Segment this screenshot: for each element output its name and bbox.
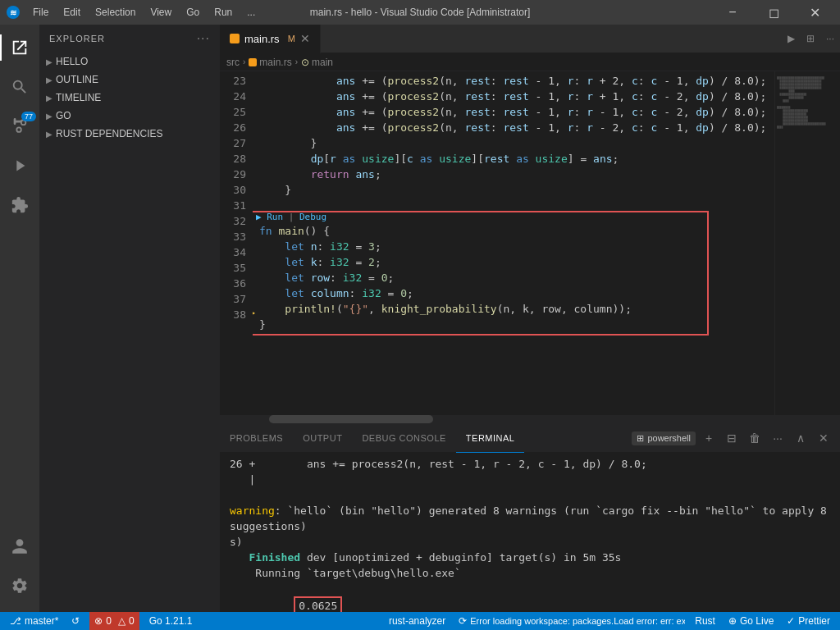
prettier-label: Prettier (798, 615, 830, 627)
sidebar-item-timeline[interactable]: ▶ TIMELINE (39, 89, 220, 107)
activity-extensions[interactable] (0, 185, 39, 225)
breadcrumb-src[interactable]: src (226, 57, 240, 68)
menu-selection[interactable]: Selection (89, 5, 142, 20)
rust-file-icon (230, 34, 240, 43)
tab-close-icon[interactable]: ✕ (300, 32, 310, 45)
sidebar-item-label: OUTLINE (56, 74, 98, 85)
status-branch[interactable]: ⎇ master* (7, 612, 62, 630)
sidebar-item-label: RUST DEPENDENCIES (56, 128, 162, 139)
menu-edit[interactable]: Edit (57, 5, 87, 20)
sidebar-item-rust-deps[interactable]: ▶ RUST DEPENDENCIES (39, 125, 220, 143)
git-branch-icon: ⎇ (10, 615, 21, 627)
shell-label: powershell (647, 433, 691, 443)
code-line-24: ans += (process2(n, rest: rest - 1, r: r… (259, 89, 768, 104)
terminal-line-code: 26 + ans += process2(n, rest - 1, r - 2,… (230, 456, 830, 472)
status-bar-right: rust-analyzer ⟳ Error loading workspace:… (386, 612, 833, 630)
editor-area: main.rs M ✕ ▶ ⊞ ··· src › main.rs › ⊙ ma… (220, 25, 840, 612)
breadcrumb: src › main.rs › ⊙ main (220, 53, 840, 71)
close-button[interactable]: ✕ (796, 0, 833, 25)
more-actions-button[interactable]: ··· (820, 25, 840, 53)
tab-terminal[interactable]: TERMINAL (456, 424, 525, 453)
activity-source-control[interactable]: 77 (0, 107, 39, 146)
status-prettier[interactable]: ✓ Prettier (783, 612, 833, 630)
code-editor[interactable]: ▶ Run | Debug ▶ ans += (process2(n, rest… (253, 71, 774, 415)
line-numbers: 23 24 25 26 27 28 29 30 31 32 33 34 35 3… (220, 71, 253, 415)
tab-bar: main.rs M ✕ ▶ ⊞ ··· (220, 25, 840, 53)
sidebar-menu-button[interactable]: ··· (197, 31, 210, 46)
terminal-line-blank (230, 487, 830, 503)
status-bar: ⎇ master* ↺ ⊗ 0 △ 0 Go 1.21.1 rust-analy… (0, 612, 840, 630)
sidebar-item-label: TIMELINE (56, 92, 101, 103)
activity-run[interactable] (0, 146, 39, 185)
code-line-29: return ans; (259, 167, 768, 182)
restore-button[interactable]: ◻ (755, 0, 792, 25)
shell-selector[interactable]: ⊞ powershell (632, 431, 696, 445)
window-controls: − ◻ ✕ (714, 0, 833, 25)
chevron-down-icon: ▶ (46, 57, 52, 66)
add-terminal-button[interactable]: + (699, 428, 719, 448)
branch-name: master* (25, 615, 58, 627)
code-line-27: } (259, 135, 768, 151)
status-errors[interactable]: ⊗ 0 △ 0 (89, 612, 139, 630)
sidebar-item-go[interactable]: ▶ GO (39, 107, 220, 125)
source-control-badge: 77 (21, 112, 36, 121)
terminal-line-finished: Finished dev [unoptimized + debuginfo] t… (230, 550, 830, 565)
shell-icon: ⊞ (637, 433, 644, 444)
editor-tab-main-rs[interactable]: main.rs M ✕ (220, 25, 321, 53)
status-rust-analyzer[interactable]: rust-analyzer (386, 612, 449, 630)
split-terminal-button[interactable]: ⊟ (722, 428, 742, 448)
code-line-33: let n: i32 = 3; (259, 239, 768, 254)
scrollbar-thumb[interactable] (269, 415, 433, 423)
menu-file[interactable]: File (26, 5, 55, 20)
status-golive[interactable]: ⊕ Go Live (725, 612, 777, 630)
trash-terminal-button[interactable]: 🗑 (745, 428, 765, 448)
sync-icon2: ⟳ (459, 615, 467, 627)
code-line-25: ans += (process2(n, rest: rest - 1, r: r… (259, 104, 768, 120)
title-bar-left: ≋ File Edit Selection View Go Run ... (7, 5, 262, 20)
code-line-26: ans += (process2(n, rest: rest - 1, r: r… (259, 120, 768, 135)
split-editor-button[interactable]: ⊞ (801, 25, 820, 53)
menu-more[interactable]: ... (240, 5, 262, 20)
activity-account[interactable] (0, 527, 39, 566)
terminal-line-pipe: | (230, 472, 830, 487)
terminal-content[interactable]: 26 + ans += process2(n, rest - 1, r - 2,… (220, 453, 840, 612)
tab-problems[interactable]: PROBLEMS (220, 424, 293, 453)
activity-search[interactable] (0, 67, 39, 107)
tab-filename: main.rs (244, 33, 280, 45)
run-button[interactable]: ▶ (781, 25, 801, 53)
debug-link[interactable]: Debug (299, 212, 326, 222)
status-error-msg[interactable]: ⟳ Error loading workspace: packages.Load… (455, 612, 685, 630)
tab-output[interactable]: OUTPUT (293, 424, 352, 453)
activity-settings[interactable] (0, 566, 39, 605)
run-debug-label: ▶ Run | Debug (256, 209, 326, 225)
sidebar-item-outline[interactable]: ▶ OUTLINE (39, 71, 220, 89)
rust-analyzer-label: rust-analyzer (389, 615, 445, 627)
title-bar: ≋ File Edit Selection View Go Run ... ma… (0, 0, 840, 25)
bottom-panel: PROBLEMS OUTPUT DEBUG CONSOLE TERMINAL ⊞… (220, 423, 840, 612)
minimize-button[interactable]: − (714, 0, 751, 25)
activity-explorer[interactable] (0, 28, 39, 67)
close-panel-button[interactable]: ✕ (814, 428, 833, 448)
horizontal-scrollbar[interactable] (220, 415, 840, 423)
sidebar-item-hello[interactable]: ▶ HELLO (39, 52, 220, 71)
status-sync[interactable]: ↺ (68, 612, 83, 630)
breadcrumb-file[interactable]: main.rs (249, 57, 291, 68)
error-count: 0 (106, 615, 112, 627)
menu-go[interactable]: Go (180, 5, 206, 20)
golive-label: Go Live (740, 615, 774, 627)
chevron-right-icon: ▶ (46, 75, 52, 84)
more-panel-button[interactable]: ··· (768, 428, 788, 448)
prettier-icon: ✓ (787, 615, 795, 627)
code-line-34: let k: i32 = 2; (259, 254, 768, 270)
menu-run[interactable]: Run (208, 5, 239, 20)
menu-view[interactable]: View (144, 5, 178, 20)
status-language[interactable]: Rust (692, 612, 719, 630)
maximize-panel-button[interactable]: ∧ (791, 428, 810, 448)
run-link[interactable]: ▶ Run (256, 212, 283, 222)
code-line-23: ans += (process2(n, rest: rest - 1, r: r… (259, 73, 768, 89)
breadcrumb-symbol[interactable]: ⊙ main (301, 57, 333, 68)
tab-debug-console[interactable]: DEBUG CONSOLE (352, 424, 455, 453)
status-go-version[interactable]: Go 1.21.1 (146, 612, 196, 630)
error-loading-label: Error loading workspace: packages.Load e… (470, 616, 685, 626)
sync-icon: ↺ (71, 615, 80, 627)
